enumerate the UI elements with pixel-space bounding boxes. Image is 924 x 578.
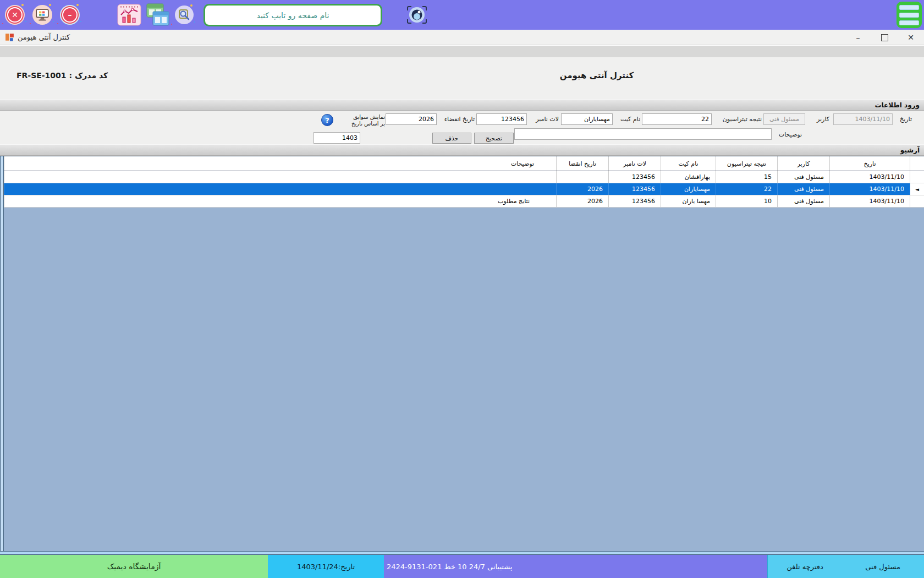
- column-header-expiry[interactable]: تاریخ انقضا: [556, 156, 608, 171]
- column-header-date[interactable]: تاریخ: [829, 156, 910, 171]
- watch-button[interactable]: [406, 4, 428, 28]
- column-header-user[interactable]: کاربر: [777, 156, 829, 171]
- date-field[interactable]: [833, 113, 893, 125]
- main-menu-button[interactable]: [897, 2, 922, 28]
- app-icon: [6, 33, 14, 42]
- status-date: تاریخ:1403/11/24: [268, 555, 384, 578]
- titration-label: نتیجه تیتراسیون: [713, 116, 762, 123]
- column-header-notes[interactable]: توضیحات: [4, 156, 556, 171]
- notes-label: توضیحات: [773, 131, 802, 138]
- edit-button[interactable]: تصحیح: [474, 133, 514, 144]
- document-code: کد مدرک : FR-SE-1001: [16, 71, 138, 80]
- selected-row-marker-icon: ◄: [910, 183, 924, 195]
- window-title: کنترل آنتی هیومن: [18, 33, 70, 41]
- section-title: ورود اطلاعات: [875, 101, 920, 109]
- column-header-titration[interactable]: نتیجه تیتراسیون: [716, 156, 777, 171]
- current-user-role: مسئول فنی: [842, 555, 924, 578]
- maximize-icon: [881, 34, 888, 41]
- table-row[interactable]: 1403/11/10 مسئول فنی 15 بهارافشان 123456: [4, 171, 924, 183]
- cascade-windows-icon: [145, 3, 170, 27]
- eye-icon: [406, 4, 428, 25]
- window-minimize-button[interactable]: –: [851, 30, 865, 45]
- window-maximize-button[interactable]: [878, 30, 891, 45]
- user-field[interactable]: [763, 113, 805, 125]
- page-title: کنترل آنتی هیومن: [550, 70, 644, 80]
- section-title: آرشیو: [900, 146, 920, 154]
- page-search-button[interactable]: [175, 6, 194, 24]
- expiry-date-field[interactable]: [386, 113, 437, 125]
- vertical-scrollbar[interactable]: [0, 156, 4, 551]
- section-header-archive: آرشیو: [0, 144, 924, 156]
- help-icon: ?: [325, 116, 329, 124]
- status-bar: آزمایشگاه دیمیک تاریخ:1403/11/24 پشتیبان…: [0, 555, 924, 578]
- titration-field[interactable]: [642, 113, 712, 125]
- search-icon: [178, 8, 191, 21]
- kit-name-field[interactable]: [561, 113, 613, 125]
- row-header-column: [910, 156, 924, 171]
- monitor-icon: [35, 8, 50, 22]
- section-header-data-entry: ورود اطلاعات: [0, 99, 924, 111]
- windows-button[interactable]: [145, 3, 170, 29]
- lab-name: آزمایشگاه دیمیک: [0, 555, 268, 578]
- reports-button[interactable]: [117, 4, 141, 28]
- history-year-field[interactable]: [314, 132, 360, 144]
- archive-table: تاریخ کاربر نتیجه تیتراسیون نام کیت لات …: [0, 156, 924, 551]
- minimize-all-button[interactable]: –: [60, 5, 80, 25]
- page-search-input[interactable]: [204, 4, 382, 26]
- application-window: ✕ –: [0, 0, 924, 578]
- hamburger-icon: [899, 5, 919, 10]
- desktop-button[interactable]: [32, 5, 52, 25]
- top-toolbar: ✕ –: [0, 0, 924, 30]
- row-selector: [910, 195, 924, 207]
- table-header-row: تاریخ کاربر نتیجه تیتراسیون نام کیت لات …: [4, 156, 924, 171]
- lot-number-label: لات نامبر: [529, 116, 559, 123]
- close-all-icon: ✕: [7, 7, 23, 23]
- delete-button[interactable]: حذف: [432, 133, 471, 144]
- column-header-lot[interactable]: لات نامبر: [608, 156, 661, 171]
- history-filter-label: نمایش سوابق بر اساس تاریخ: [351, 114, 385, 127]
- chart-icon: [117, 4, 141, 26]
- table-row-selected[interactable]: ◄ 1403/11/10 مسئول فنی 22 مهسایاران 1234…: [4, 183, 924, 195]
- window-close-button[interactable]: ✕: [904, 30, 917, 45]
- phonebook-button[interactable]: دفترچه تلفن: [767, 555, 842, 578]
- kit-name-label: نام کیت: [615, 116, 640, 123]
- date-label: تاریخ: [894, 116, 912, 123]
- expiry-date-label: تاریخ انقضاء: [438, 116, 475, 123]
- horizontal-scrollbar[interactable]: [0, 551, 924, 555]
- column-header-kit[interactable]: نام کیت: [661, 156, 716, 171]
- help-button[interactable]: ?: [321, 114, 333, 126]
- row-selector: [910, 171, 924, 183]
- window-titlebar: کنترل آنتی هیومن – ✕: [0, 30, 924, 45]
- lot-number-field[interactable]: [476, 113, 527, 125]
- notes-field[interactable]: [514, 128, 772, 140]
- support-info: پشتیبانی 24/7‏ 10 خط 021-9131-2424: [387, 555, 512, 578]
- user-label: کاربر: [807, 116, 829, 123]
- toolbar-spacer: [0, 45, 924, 57]
- table-row[interactable]: 1403/11/10 مسئول فنی 10 مهسا یاران 12345…: [4, 195, 924, 208]
- close-all-button[interactable]: ✕: [5, 5, 25, 25]
- minimize-all-icon: –: [62, 7, 78, 23]
